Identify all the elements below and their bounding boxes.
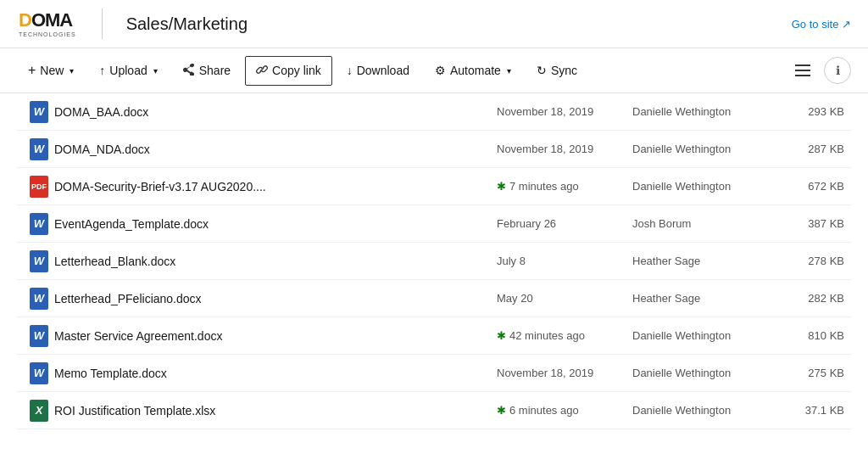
file-date: 42 minutes ago (509, 329, 585, 342)
file-name: ROI Justification Template.xlsx (54, 404, 215, 417)
header-left: DOMA TECHNOLOGIES Sales/Marketing (17, 8, 248, 39)
file-type-icon (24, 288, 54, 310)
pdf-icon: PDF (30, 176, 48, 198)
file-author: Heather Sage (632, 292, 785, 305)
plus-icon: + (28, 63, 36, 78)
file-size: 37.1 KB (785, 404, 844, 417)
toolbar-right: ℹ (792, 57, 851, 84)
table-row[interactable]: EventAgenda_Template.docx February 26 Jo… (17, 205, 851, 243)
file-author: Heather Sage (632, 255, 785, 267)
word-icon (30, 288, 48, 310)
table-row[interactable]: PDF DOMA-Security-Brief-v3.17 AUG2020...… (17, 168, 851, 205)
site-title: Sales/Marketing (126, 14, 248, 34)
file-name: Master Service Agreement.docx (54, 329, 222, 343)
copy-link-label: Copy link (272, 64, 321, 77)
view-toggle-button[interactable] (792, 61, 814, 80)
word-icon (30, 250, 48, 272)
automate-chevron-icon: ▾ (507, 66, 511, 76)
share-button[interactable]: Share (172, 56, 242, 86)
link-icon (256, 64, 268, 78)
file-author: Danielle Wethington (632, 143, 785, 155)
sync-label: Sync (551, 64, 577, 77)
word-icon (30, 213, 48, 235)
sync-button[interactable]: ↻ Sync (526, 56, 588, 85)
file-type-icon (24, 325, 54, 347)
file-name-area: DOMA-Security-Brief-v3.17 AUG2020.... (54, 180, 497, 193)
go-to-site-link[interactable]: Go to site ↗ (792, 18, 851, 31)
info-icon: ℹ (836, 64, 840, 77)
file-date-cell: ✱42 minutes ago (497, 329, 632, 342)
file-date: November 18, 2019 (497, 367, 593, 379)
file-name: EventAgenda_Template.docx (54, 217, 209, 231)
file-name: DOMA_NDA.docx (54, 143, 150, 156)
sync-indicator-icon: ✱ (497, 404, 506, 417)
new-label: New (40, 64, 64, 77)
word-icon (30, 325, 48, 347)
file-date-cell: February 26 (497, 217, 632, 230)
automate-label: Automate (450, 64, 501, 77)
file-date-cell: November 18, 2019 (497, 143, 632, 155)
file-name: DOMA-Security-Brief-v3.17 AUG2020.... (54, 180, 266, 193)
file-name-area: Master Service Agreement.docx (54, 329, 497, 343)
upload-label: Upload (109, 64, 147, 77)
new-button[interactable]: + New ▾ (17, 55, 85, 86)
table-row[interactable]: X ROI Justification Template.xlsx ✱6 min… (17, 392, 851, 429)
file-type-icon (24, 250, 54, 272)
logo-d: D (19, 9, 31, 31)
file-date: 7 minutes ago (509, 180, 579, 193)
file-name-area: Letterhead_PFeliciano.docx (54, 292, 497, 305)
table-row[interactable]: Master Service Agreement.docx ✱42 minute… (17, 317, 851, 355)
file-date: February 26 (497, 217, 556, 230)
file-date-cell: November 18, 2019 (497, 105, 632, 118)
upload-chevron-icon: ▾ (153, 66, 158, 76)
file-date-cell: November 18, 2019 (497, 367, 632, 379)
word-icon (30, 138, 48, 160)
file-size: 282 KB (785, 292, 844, 305)
file-size: 287 KB (785, 143, 844, 155)
download-label: Download (357, 64, 409, 77)
table-row[interactable]: Memo Template.docx November 18, 2019 Dan… (17, 355, 851, 392)
file-date: November 18, 2019 (497, 105, 593, 118)
file-date-cell: July 8 (497, 255, 632, 267)
file-type-icon (24, 362, 54, 384)
table-row[interactable]: Letterhead_Blank.docx July 8 Heather Sag… (17, 243, 851, 280)
table-row[interactable]: DOMA_NDA.docx November 18, 2019 Danielle… (17, 131, 851, 168)
file-size: 672 KB (785, 180, 844, 193)
file-author: Danielle Wethington (632, 404, 785, 417)
file-name-area: DOMA_BAA.docx (54, 105, 497, 119)
logo-doma: DOMA (19, 11, 76, 30)
logo-separator (102, 8, 103, 39)
file-name-area: Letterhead_Blank.docx (54, 255, 497, 268)
sync-indicator-icon: ✱ (497, 180, 506, 193)
upload-icon: ↑ (99, 64, 105, 77)
file-date: May 20 (497, 292, 533, 305)
word-icon (30, 362, 48, 384)
file-list: DOMA_BAA.docx November 18, 2019 Danielle… (0, 93, 868, 429)
automate-button[interactable]: ⚙ Automate ▾ (424, 56, 522, 85)
file-author: Josh Borum (632, 217, 785, 230)
file-name-area: DOMA_NDA.docx (54, 143, 497, 156)
file-date: November 18, 2019 (497, 143, 593, 155)
share-icon (183, 64, 195, 78)
sync-icon: ↻ (537, 64, 547, 77)
file-date-cell: May 20 (497, 292, 632, 305)
info-button[interactable]: ℹ (824, 57, 851, 84)
header: DOMA TECHNOLOGIES Sales/Marketing Go to … (0, 0, 868, 48)
logo-area: DOMA TECHNOLOGIES (17, 9, 78, 39)
file-date: July 8 (497, 255, 526, 267)
download-icon: ↓ (347, 64, 353, 77)
file-name-area: ROI Justification Template.xlsx (54, 404, 497, 417)
file-type-icon (24, 138, 54, 160)
file-name-area: Memo Template.docx (54, 367, 497, 380)
sync-indicator-icon: ✱ (497, 329, 506, 342)
table-row[interactable]: DOMA_BAA.docx November 18, 2019 Danielle… (17, 93, 851, 131)
excel-icon: X (30, 400, 48, 422)
table-row[interactable]: Letterhead_PFeliciano.docx May 20 Heathe… (17, 280, 851, 317)
file-size: 278 KB (785, 255, 844, 267)
file-author: Danielle Wethington (632, 367, 785, 379)
download-button[interactable]: ↓ Download (336, 56, 420, 85)
file-size: 810 KB (785, 329, 844, 342)
upload-button[interactable]: ↑ Upload ▾ (88, 56, 168, 85)
file-name: DOMA_BAA.docx (54, 105, 148, 119)
copy-link-button[interactable]: Copy link (245, 56, 332, 86)
